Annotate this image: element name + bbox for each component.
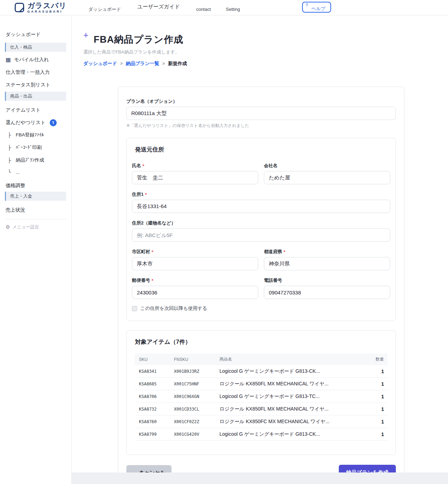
required-asterisk: * bbox=[152, 249, 153, 255]
sidebar: ダッシュボード 仕入・検品 ▦ モバイル仕入れ 仕入管理・一括入力 ステータス別… bbox=[0, 15, 72, 484]
picked-count-badge: 7 bbox=[49, 119, 57, 127]
cell-sku: KSA8760 bbox=[135, 419, 174, 424]
tree-end-icon: └ bbox=[8, 169, 11, 175]
nav-setting[interactable]: Setting bbox=[226, 7, 240, 12]
address2-label: 住所2（建物名など） bbox=[132, 220, 176, 226]
sidebar-item-sales-deposit[interactable]: 売上・入金 bbox=[5, 192, 66, 201]
sidebar-item-mobile-purchase[interactable]: ▦ モバイル仕入れ bbox=[6, 56, 71, 64]
items-table: SKU FNSKU 商品名 数量 KSA8341 X001B9J3RZ Logi… bbox=[135, 354, 387, 441]
cell-qty: 1 bbox=[363, 432, 387, 437]
zip-label-row: 郵便番号* bbox=[132, 277, 258, 284]
breadcrumb-separator: > bbox=[120, 61, 122, 66]
sidebar-item-dashboard[interactable]: ダッシュボード bbox=[6, 31, 71, 38]
app-root: ガラスバリ GARASUBARI ダッシュボード ユーザーズガイド contac… bbox=[0, 0, 448, 484]
main-content: + FBA納品プラン作成 選択した商品でFBA納品プランを作成します。 ダッシュ… bbox=[72, 15, 448, 484]
table-row: KSA8799 X001CG420V Logicool G ゲーミングキーボード… bbox=[135, 428, 387, 441]
address1-label-row: 住所1* bbox=[132, 191, 390, 198]
glass-pane-logo-icon bbox=[15, 3, 24, 12]
cell-fnsku: X001CD33CL bbox=[174, 407, 219, 412]
sidebar-divider bbox=[6, 219, 66, 219]
sidebar-item-label: FBA登録ﾌｧｲﾙ bbox=[16, 132, 44, 138]
tree-branch-icon: ├ bbox=[8, 132, 11, 138]
zip-label: 郵便番号 bbox=[132, 277, 150, 284]
plan-name-label: プラン名（オプション） bbox=[126, 98, 396, 105]
phone-input[interactable] bbox=[264, 286, 390, 299]
city-label-row: 市区町村* bbox=[132, 249, 258, 255]
cell-sku: KSA8732 bbox=[135, 407, 174, 412]
logo-subtitle: GARASUBARI bbox=[27, 10, 66, 13]
cell-qty: 1 bbox=[363, 394, 387, 399]
breadcrumb-dashboard-link[interactable]: ダッシュボード bbox=[83, 60, 117, 67]
cell-qty: 1 bbox=[363, 419, 387, 425]
zip-input[interactable] bbox=[132, 286, 258, 299]
shipping-address-section: 発送元住所 氏名* 会社名 住所1* 住所2（建物名な bbox=[126, 138, 396, 321]
prefecture-label: 都道府県 bbox=[264, 249, 282, 255]
sidebar-item-item-list[interactable]: アイテムリスト bbox=[6, 106, 71, 114]
breadcrumb-plan-list-link[interactable]: 納品プラン一覧 bbox=[126, 60, 159, 67]
plus-icon: + bbox=[83, 31, 89, 40]
col-header-sku: SKU bbox=[135, 357, 174, 362]
sidebar-item-purchase-inspection[interactable]: 仕入・検品 bbox=[5, 43, 66, 52]
cell-fnsku: X001C96XGN bbox=[174, 394, 219, 399]
target-items-title: 対象アイテム（7件） bbox=[135, 338, 390, 346]
tree-branch-icon: ├ bbox=[8, 145, 11, 150]
sidebar-item-plan-create[interactable]: ├ 納品ﾌﾟﾗﾝ作成 bbox=[8, 156, 71, 164]
save-address-checkbox[interactable] bbox=[132, 306, 137, 311]
sidebar-item-label: ﾊﾞｰｺｰﾄﾞ印刷 bbox=[16, 144, 42, 151]
required-asterisk: * bbox=[145, 192, 147, 197]
cell-product-name: ロジクール KX850FL MX MECHANICAL ワイヤ... bbox=[219, 381, 363, 387]
cell-fnsku: X001C75HNF bbox=[174, 382, 219, 386]
sidebar-item-more[interactable]: └ ... bbox=[8, 168, 71, 176]
address1-label: 住所1 bbox=[132, 191, 144, 198]
help-button-label: ヘルプ bbox=[312, 6, 326, 11]
sidebar-item-fba-file[interactable]: ├ FBA登録ﾌｧｲﾙ bbox=[8, 131, 71, 139]
plan-name-note: ※「選んだやつリスト」の保存リスト名から自動入力されました bbox=[126, 123, 396, 129]
sidebar-item-barcode-print[interactable]: ├ ﾊﾞｰｺｰﾄﾞ印刷 bbox=[8, 143, 71, 152]
cell-sku: KSA8685 bbox=[135, 382, 174, 386]
col-header-qty: 数量 bbox=[363, 356, 387, 362]
sidebar-item-price-adjust[interactable]: 価格調整 bbox=[6, 182, 71, 190]
address2-input[interactable] bbox=[132, 228, 390, 242]
name-label-row: 氏名* bbox=[132, 163, 258, 169]
help-button[interactable]: ?ヘルプ bbox=[302, 2, 331, 13]
sidebar-item-status-list[interactable]: ステータス別リスト bbox=[6, 81, 71, 89]
logo-title: ガラスバリ bbox=[27, 2, 66, 9]
prefecture-input[interactable] bbox=[264, 257, 390, 270]
sidebar-item-menu-setting[interactable]: ⚙ メニュー設定 bbox=[6, 223, 71, 230]
plan-name-input[interactable] bbox=[126, 107, 396, 120]
tree-branch-icon: ├ bbox=[8, 157, 11, 163]
company-label-row: 会社名 bbox=[264, 163, 390, 169]
shipping-address-title: 発送元住所 bbox=[135, 146, 390, 154]
nav-users-guide[interactable]: ユーザーズガイド bbox=[137, 3, 180, 10]
cell-fnsku: X001B9J3RZ bbox=[174, 369, 219, 374]
nav-contact[interactable]: contact bbox=[196, 7, 211, 12]
table-row: KSA8706 X001C96XGN Logicool G ゲーミングキーボード… bbox=[135, 390, 387, 403]
address1-input[interactable] bbox=[132, 200, 390, 213]
sidebar-item-sales-status[interactable]: 売上状況 bbox=[6, 206, 71, 214]
cell-product-name: ロジクール KX850FC MX MECHANICAL ワイヤ... bbox=[219, 419, 363, 425]
page-title-row: + FBA納品プラン作成 bbox=[83, 31, 448, 46]
sidebar-item-product-listing[interactable]: 商品・出品 bbox=[5, 92, 66, 101]
phone-label-row: 電話番号 bbox=[264, 277, 390, 284]
sidebar-item-picked-list[interactable]: 選んだやつリスト 7 bbox=[6, 119, 71, 127]
col-header-name: 商品名 bbox=[219, 356, 363, 362]
logo-text: ガラスバリ GARASUBARI bbox=[27, 2, 66, 13]
cell-fnsku: X001CG420V bbox=[174, 432, 219, 437]
plan-form-card: プラン名（オプション） ※「選んだやつリスト」の保存リスト名から自動入力されまし… bbox=[118, 87, 404, 484]
sidebar-item-label: 選んだやつリスト bbox=[6, 120, 46, 126]
table-row: KSA8732 X001CD33CL ロジクール KX850FL MX MECH… bbox=[135, 403, 387, 415]
phone-field: 電話番号 bbox=[264, 277, 390, 299]
table-row: KSA8760 X001CF0Z2Z ロジクール KX850FC MX MECH… bbox=[135, 415, 387, 428]
save-address-checkbox-label[interactable]: この住所を次回以降も使用する bbox=[140, 305, 207, 312]
required-asterisk: * bbox=[152, 278, 153, 283]
breadcrumb-separator: > bbox=[162, 61, 165, 66]
required-asterisk: * bbox=[284, 249, 285, 255]
name-input[interactable] bbox=[132, 171, 258, 184]
sidebar-item-purchase-mgmt[interactable]: 仕入管理・一括入力 bbox=[6, 69, 71, 76]
brand-logo[interactable]: ガラスバリ GARASUBARI bbox=[15, 2, 66, 13]
nav-dashboard[interactable]: ダッシュボード bbox=[88, 6, 121, 13]
sidebar-item-label: メニュー設定 bbox=[13, 224, 39, 230]
city-input[interactable] bbox=[132, 257, 258, 270]
table-row: KSA8685 X001C75HNF ロジクール KX850FL MX MECH… bbox=[135, 378, 387, 390]
company-input[interactable] bbox=[264, 171, 390, 184]
